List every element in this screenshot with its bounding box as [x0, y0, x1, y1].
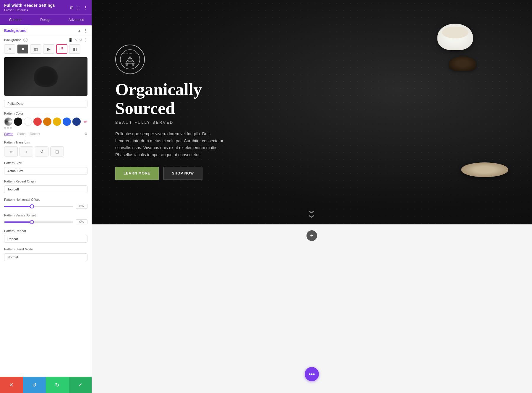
- background-label-text: Background: [4, 38, 22, 42]
- fab-button[interactable]: •••: [305, 367, 319, 381]
- redo-button[interactable]: ↻: [46, 377, 69, 393]
- help-icon[interactable]: ?: [23, 38, 27, 42]
- layout-icon[interactable]: ⬚: [77, 5, 80, 10]
- learn-more-button[interactable]: LEARN MORE: [115, 167, 159, 180]
- collapse-icon[interactable]: ▲: [77, 28, 81, 33]
- pattern-repeat-origin-label: Pattern Repeat Origin: [0, 177, 92, 184]
- tea-cup-inner: [442, 27, 468, 38]
- more-icon[interactable]: ⋮: [83, 5, 87, 10]
- below-hero-section: + •••: [92, 224, 532, 393]
- transform-label-text: Pattern Transform: [4, 141, 30, 144]
- panel-header: Fullwidth Header Settings Preset: Defaul…: [0, 0, 92, 14]
- row-label-icons: 📱 ↖ ↺ ⋮: [68, 38, 87, 42]
- h-offset-fill: [4, 206, 32, 207]
- swatch-yellow[interactable]: [53, 118, 61, 126]
- transform-flip-h[interactable]: ⇔: [4, 146, 18, 156]
- color-tab-global[interactable]: Global: [17, 132, 26, 136]
- save-button[interactable]: ✓: [69, 377, 92, 393]
- swatch-blue[interactable]: [63, 118, 71, 126]
- teapot-shape: [34, 66, 58, 87]
- h-offset-thumb[interactable]: [30, 204, 34, 208]
- v-offset-thumb[interactable]: [30, 220, 34, 224]
- image-preview: [4, 57, 87, 96]
- svg-point-0: [120, 50, 140, 69]
- h-offset-track[interactable]: [4, 206, 73, 207]
- canvas-area: ORGANIC TEA Organically Sourced BEAUTIFU…: [92, 0, 532, 393]
- tab-advanced[interactable]: Advanced: [61, 15, 92, 25]
- tea-cup-decoration: [437, 24, 473, 50]
- chevron-down-icon[interactable]: ❯❯: [309, 210, 315, 218]
- color-tabs-row: Saved Global Recent ⚙: [0, 131, 92, 138]
- repeat-label-text: Pattern Repeat: [4, 229, 26, 233]
- pattern-repeat-select-row: Repeat Repeat-X Repeat-Y No Repeat: [0, 234, 92, 245]
- reset-icon[interactable]: ↺: [79, 38, 82, 42]
- color-tab-recent[interactable]: Recent: [30, 132, 40, 136]
- bg-type-video[interactable]: ▶: [43, 44, 54, 54]
- panel-preset[interactable]: Preset: Default ▾: [4, 8, 55, 12]
- swatch-black[interactable]: [14, 118, 22, 126]
- hero-buttons: LEARN MORE SHOP NOW: [115, 167, 245, 180]
- color-edit-button[interactable]: ✏: [84, 119, 87, 125]
- h-offset-label-text: Pattern Horizontal Offset: [4, 198, 40, 201]
- undo-button[interactable]: ↺: [23, 377, 46, 393]
- blend-mode-select[interactable]: Normal Multiply Screen Overlay Darken Li…: [4, 253, 87, 261]
- swatch-red[interactable]: [33, 118, 42, 126]
- dot-3: [10, 127, 12, 129]
- pattern-size-select[interactable]: Actual Size Contain Cover Custom: [4, 167, 87, 175]
- pattern-repeat-origin-select[interactable]: Top Left Top Center Top Right Center Bot…: [4, 185, 87, 193]
- bg-type-none[interactable]: ✕: [4, 44, 15, 54]
- add-section-button[interactable]: +: [306, 230, 317, 241]
- bg-type-pattern[interactable]: ⠿: [56, 44, 67, 54]
- pattern-select[interactable]: Polka Dots Circles Diagonal Grid Stripes: [4, 100, 87, 107]
- v-offset-label: Pattern Vertical Offset: [0, 211, 92, 218]
- transform-buttons-row: ⇔ ↕ ↺ ◱: [0, 145, 92, 159]
- bg-type-color[interactable]: ■: [17, 44, 28, 54]
- tea-bowl-decoration: [461, 162, 508, 177]
- color-settings-icon[interactable]: ⚙: [84, 132, 87, 136]
- pattern-size-select-row: Actual Size Contain Cover Custom: [0, 166, 92, 177]
- panel-header-left: Fullwidth Header Settings Preset: Defaul…: [4, 3, 55, 12]
- panel-header-icons: ⊞ ⬚ ⋮: [70, 5, 87, 10]
- transform-rotate[interactable]: ↺: [35, 146, 48, 156]
- v-offset-track[interactable]: [4, 221, 73, 223]
- swatch-gradient[interactable]: [4, 118, 12, 126]
- swatch-orange[interactable]: [43, 118, 51, 126]
- svg-marker-2: [126, 56, 134, 63]
- v-offset-value[interactable]: 0%: [76, 219, 87, 224]
- h-offset-value[interactable]: 0%: [76, 204, 87, 209]
- bg-type-slideshow[interactable]: ◧: [69, 44, 80, 54]
- section-more-icon[interactable]: ⋮: [84, 28, 87, 33]
- shop-now-button[interactable]: SHOP NOW: [163, 167, 202, 180]
- tab-content[interactable]: Content: [0, 15, 30, 25]
- logo-svg: ORGANIC TEA: [120, 49, 140, 70]
- v-offset-fill: [4, 221, 32, 223]
- hero-title: Organically Sourced: [115, 80, 245, 118]
- cursor-icon[interactable]: ↖: [74, 38, 77, 42]
- svg-text:ORGANIC TEA: ORGANIC TEA: [122, 53, 138, 55]
- pattern-repeat-select[interactable]: Repeat Repeat-X Repeat-Y No Repeat: [4, 235, 87, 243]
- hero-content: ORGANIC TEA Organically Sourced BEAUTIFU…: [92, 27, 269, 198]
- background-section-header: Background ▲ ⋮: [0, 25, 92, 35]
- tab-design[interactable]: Design: [30, 15, 61, 25]
- swatch-white[interactable]: [24, 118, 32, 126]
- transform-scale[interactable]: ◱: [50, 146, 64, 156]
- repeat-origin-label-text: Pattern Repeat Origin: [4, 180, 35, 183]
- cancel-button[interactable]: ✕: [0, 377, 23, 393]
- transform-flip-v[interactable]: ↕: [20, 146, 33, 156]
- bg-type-gradient[interactable]: ▦: [30, 44, 41, 54]
- pattern-transform-label: Pattern Transform: [0, 138, 92, 145]
- color-tab-saved[interactable]: Saved: [4, 132, 13, 136]
- pattern-size-label: Pattern Size: [0, 159, 92, 166]
- tea-loose-decoration: [449, 56, 476, 71]
- panel-content: Background ▲ ⋮ Background ? 📱 ↖ ↺ ⋮ ✕ ■ …: [0, 25, 92, 376]
- pattern-repeat-label: Pattern Repeat: [0, 227, 92, 234]
- row-more-icon[interactable]: ⋮: [84, 38, 87, 42]
- mobile-icon[interactable]: 📱: [68, 38, 73, 42]
- svg-marker-3: [128, 58, 132, 61]
- swatch-dark-blue[interactable]: [72, 118, 81, 126]
- pattern-repeat-origin-select-row: Top Left Top Center Top Right Center Bot…: [0, 184, 92, 195]
- h-offset-label: Pattern Horizontal Offset: [0, 195, 92, 203]
- responsive-icon[interactable]: ⊞: [70, 5, 74, 10]
- pattern-color-label: Pattern Color: [0, 110, 92, 116]
- dot-2: [7, 127, 9, 129]
